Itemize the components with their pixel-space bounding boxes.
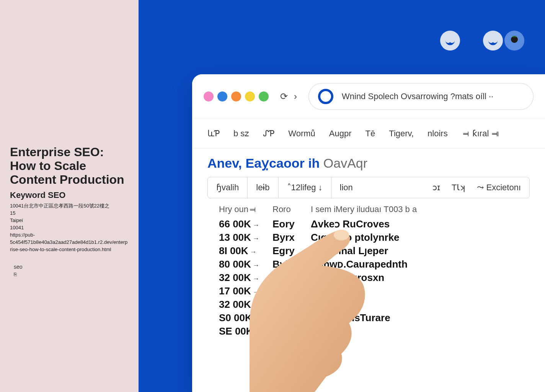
left-sidebar: Enterprise SEO: How to Scale Content Pro… xyxy=(0,0,139,392)
address-bar[interactable]: Wnind Spolech Ovsarrowing ?mats oíll ·· xyxy=(308,83,534,110)
site-icon xyxy=(318,89,333,104)
cell-value: Cllarsinal Lȷeper xyxy=(311,245,518,257)
window-dot-3[interactable] xyxy=(231,91,241,101)
window-controls xyxy=(204,91,269,101)
table-row[interactable]: 80 00K→ Bylx Ponwᴅ.Caurapednth xyxy=(219,258,518,270)
cell-value: Bory xyxy=(272,299,303,310)
page-title: Enterprise SEO: How to Scale Content Pro… xyxy=(10,145,129,186)
arrow-icon: → xyxy=(253,261,259,269)
window-dot-5[interactable] xyxy=(259,91,269,101)
cell-value: 80 00K xyxy=(219,258,251,270)
cell-value: 32 00K xyxy=(219,272,251,283)
cell-value: 8I 00K xyxy=(219,245,248,256)
tab-8[interactable]: ⫤ ƙıral ⫥ xyxy=(462,129,500,139)
filter-3[interactable]: lion xyxy=(331,177,361,198)
filter-6[interactable]: ⤳ Excietonı xyxy=(477,183,521,193)
arrow-icon: → xyxy=(253,235,259,242)
filter-5[interactable]: TƖʞ xyxy=(452,183,465,193)
arrow-icon: → xyxy=(253,288,259,296)
arrow-icon: → xyxy=(253,221,259,229)
arrow-icon: → xyxy=(253,275,259,283)
meta-city: Taipei xyxy=(10,217,129,224)
cell-value: 17 00K xyxy=(219,285,251,297)
table-row[interactable]: 8I 00K→ Egry Cllarsinal Lȷeper xyxy=(219,245,518,257)
arrow-icon: → xyxy=(254,315,261,323)
table-row[interactable]: SE 00K→ xyxy=(219,325,518,337)
cell-value: SE 00K xyxy=(219,325,253,337)
cell-value: 32 00K xyxy=(219,299,251,310)
arrow-icon: → xyxy=(250,248,257,256)
table-row[interactable]: S0 00K→ Nilly OhrepemsTurare xyxy=(219,312,518,324)
cell-value: Byrx xyxy=(272,232,303,243)
page-subtitle: Keyword SEO xyxy=(10,190,129,200)
table-row[interactable]: 66 00K→ Eory Δvkeɔ RuCroves xyxy=(219,218,518,230)
tab-4[interactable]: Augpr xyxy=(329,129,352,139)
filter-bar: ɧvalih leɨb ˄12lifeg ↓ lion ᴐɪ TƖʞ ⤳ Exc… xyxy=(207,177,530,198)
cell-value: Rylx xyxy=(272,285,303,297)
data-table: 66 00K→ Eory Δvkeɔ RuCroves 13 00K→ Byrx… xyxy=(192,216,545,340)
cell-value: Dalywo xyxy=(311,285,518,297)
cell-value: Nilly xyxy=(272,312,303,324)
meta-line-2: 15 xyxy=(10,210,129,217)
forward-icon[interactable]: › xyxy=(294,91,297,102)
cell-value: OhrepemsTurare xyxy=(311,312,518,324)
cell-value: Δvkeɔ RuCroves xyxy=(311,218,518,230)
address-text: Wnind Spolech Ovsarrowing ?mats oíll ·· xyxy=(342,91,493,101)
table-row[interactable]: 13 00K→ Byrx Cıgneᴴlo ptolynrke xyxy=(219,232,518,243)
filter-1[interactable]: leɨb xyxy=(247,177,278,198)
filter-4[interactable]: ᴐɪ xyxy=(432,183,440,193)
browser-topbar: ⟳ › Wnind Spolech Ovsarrowing ?mats oíll… xyxy=(192,74,545,119)
logo-glyph-1 xyxy=(440,31,460,51)
category-tabs: ևƤ b sᴢ ᔑƤ Wormů Augpr Tē Tigerv, nloirs… xyxy=(192,119,545,149)
sub-header-tail: OavAqr xyxy=(323,156,367,170)
colhead-2[interactable]: Roro xyxy=(272,204,303,214)
meta-zip: 10041 xyxy=(10,224,129,232)
column-header: Hry oun⫤ Roro I sem iMery iluduаı T003 b… xyxy=(192,198,545,216)
cell-value: Ponwᴅ.Caurapednth xyxy=(311,258,518,270)
filter-trail: ᴐɪ TƖʞ ⤳ Excietonı xyxy=(361,177,529,198)
table-row[interactable]: 32 00K→ Bory Eowerave xyxy=(219,299,518,310)
cell-value: Ɛhalfowigrosxn xyxy=(311,272,518,284)
filter-2[interactable]: ˄12lifeg ↓ xyxy=(278,177,331,198)
nav-icons: ⟳ › xyxy=(280,91,297,102)
filter-0[interactable]: ɧvalih xyxy=(208,177,247,198)
cell-value: Bury xyxy=(272,272,303,284)
reload-icon[interactable]: ⟳ xyxy=(280,91,288,102)
meta-url[interactable]: https://pub-5c454f571b8e40a3a2aad27ade84… xyxy=(10,232,129,253)
cell-value: Cıgneᴴlo ptolynrke xyxy=(311,232,518,243)
sub-header-accent: Anev, Eaỵcaoor ih xyxy=(207,156,320,170)
cell-value: Bylx xyxy=(272,258,303,270)
browser-window: ⟳ › Wnind Spolech Ovsarrowing ?mats oíll… xyxy=(192,74,545,392)
cell-value: S0 00K xyxy=(219,312,252,323)
tab-3[interactable]: Wormů xyxy=(288,129,315,139)
logo-glyph-3 xyxy=(483,31,503,51)
cell-value: Eory xyxy=(272,218,303,230)
meta-address: 10041台北市中正區忠孝西路一段50號22樓之 xyxy=(10,203,129,210)
tab-7[interactable]: nloirs xyxy=(428,129,448,139)
window-dot-4[interactable] xyxy=(245,91,255,101)
tab-6[interactable]: Tigerv, xyxy=(389,129,414,139)
tab-5[interactable]: Tē xyxy=(366,129,375,139)
tab-2[interactable]: ᔑƤ xyxy=(263,129,274,139)
colhead-3[interactable]: I sem iMery iluduаı T003 b а xyxy=(311,204,518,214)
arrow-icon: → xyxy=(255,328,262,336)
arrow-icon: → xyxy=(253,302,259,309)
logo-row xyxy=(440,31,524,51)
logo-glyph-4 xyxy=(504,31,524,51)
tab-1[interactable]: b sᴢ xyxy=(233,129,249,139)
cell-value: Egry xyxy=(272,245,303,257)
table-row[interactable]: 17 00K→ Rylx Dalywo xyxy=(219,285,518,297)
colhead-1[interactable]: Hry oun⫤ xyxy=(219,204,265,214)
logo-glyph-2 xyxy=(462,31,481,51)
table-row[interactable]: 32 00K→ Bury Ɛhalfowigrosxn xyxy=(219,272,518,284)
seo-chip: seo xyxy=(10,264,129,270)
cell-value: 66 00K xyxy=(219,218,251,230)
right-canvas: ⟳ › Wnind Spolech Ovsarrowing ?mats oíll… xyxy=(139,0,545,392)
window-dot-2[interactable] xyxy=(217,91,227,101)
window-dot-1[interactable] xyxy=(204,91,214,101)
seo-sub-icon: ⎘ xyxy=(10,271,129,277)
tab-0[interactable]: ևƤ xyxy=(207,129,220,139)
cell-value: Eowerave xyxy=(311,299,518,310)
cell-value: 13 00K xyxy=(219,232,251,243)
sub-header: Anev, Eaỵcaoor ih OavAqr xyxy=(192,149,545,171)
